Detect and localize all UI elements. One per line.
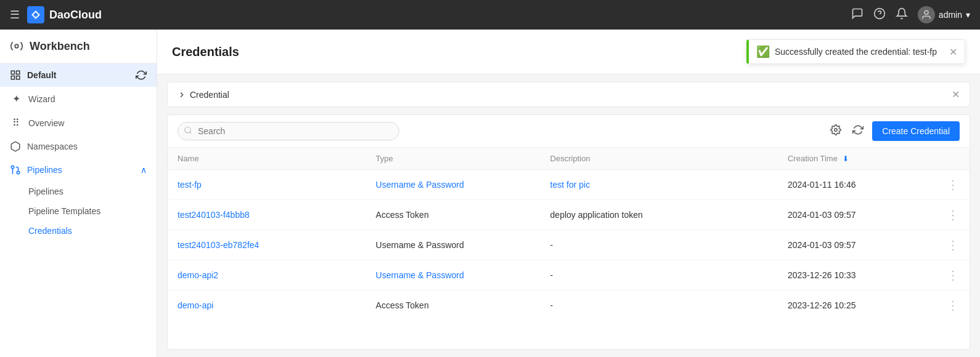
- chat-icon[interactable]: [851, 7, 864, 23]
- search-input-wrapper: [178, 122, 399, 140]
- sort-desc-icon: ⬇: [843, 154, 849, 163]
- gear-icon: [830, 124, 841, 135]
- svg-point-10: [11, 166, 14, 169]
- sidebar: Workbench Default ✦ Wizard ⠿ Overview: [0, 30, 157, 357]
- refresh-icon[interactable]: [136, 70, 147, 81]
- credential-type-link[interactable]: Username & Password: [376, 180, 464, 190]
- sidebar-default-item[interactable]: Default: [0, 63, 157, 87]
- cell-type: Username & Password: [366, 170, 541, 200]
- credential-name-link[interactable]: test-fp: [178, 180, 202, 190]
- cell-type: Username & Password: [366, 260, 541, 291]
- refresh-table-icon: [852, 124, 864, 135]
- settings-button[interactable]: [828, 122, 844, 141]
- sidebar-workbench: Workbench: [0, 30, 157, 63]
- sidebar-item-label: Pipelines: [27, 165, 62, 175]
- row-action-menu-button[interactable]: ⋮: [947, 268, 960, 283]
- page-title: Credentials: [172, 45, 239, 59]
- cell-type: Access Token: [366, 200, 541, 230]
- cell-description: deploy application token: [541, 200, 778, 230]
- cell-description: -: [541, 291, 778, 321]
- cell-description: -: [541, 230, 778, 260]
- svg-point-9: [17, 171, 20, 174]
- sidebar-item-pipelines[interactable]: Pipelines ∧: [0, 158, 157, 182]
- svg-point-14: [835, 128, 838, 131]
- table-scroll-area: Name Type Description Creation Time ⬇ te…: [168, 148, 970, 349]
- pipelines-icon: [10, 164, 21, 175]
- app-logo: DaoCloud: [27, 6, 102, 23]
- default-icon: [10, 70, 21, 81]
- help-icon[interactable]: [873, 7, 886, 23]
- app-name: DaoCloud: [49, 9, 102, 22]
- row-action-menu-button[interactable]: ⋮: [947, 298, 960, 313]
- credentials-table: Name Type Description Creation Time ⬇ te…: [168, 148, 970, 320]
- toast-success-icon: ✅: [756, 45, 770, 58]
- table-row: test240103-f4bbb8Access Tokendeploy appl…: [168, 200, 970, 230]
- pipelines-sub-menu: Pipelines Pipeline Templates Credentials: [0, 182, 157, 241]
- user-menu[interactable]: admin ▾: [918, 6, 970, 23]
- credential-name-link[interactable]: test240103-eb782fe4: [178, 240, 259, 250]
- cell-name: demo-api2: [168, 260, 366, 291]
- col-header-description: Description: [541, 148, 778, 170]
- sidebar-item-label: Overview: [28, 118, 64, 128]
- sidebar-subitem-pipelines[interactable]: Pipelines: [28, 182, 157, 201]
- cell-actions: ⋮: [937, 170, 970, 200]
- cell-name: test240103-f4bbb8: [168, 200, 366, 230]
- sidebar-item-overview[interactable]: ⠿ Overview: [0, 111, 157, 135]
- bell-icon[interactable]: [896, 7, 908, 23]
- menu-icon[interactable]: ☰: [10, 8, 20, 22]
- username-label: admin: [939, 10, 962, 20]
- sidebar-item-label: Namespaces: [27, 142, 78, 151]
- create-credential-button[interactable]: Create Credential: [872, 121, 960, 141]
- credential-name-link[interactable]: demo-api2: [178, 270, 218, 280]
- sidebar-item-namespaces[interactable]: Namespaces: [0, 135, 157, 158]
- table-toolbar: Create Credential: [168, 115, 970, 148]
- sidebar-subitem-credentials[interactable]: Credentials: [28, 221, 157, 241]
- row-action-menu-button[interactable]: ⋮: [947, 177, 960, 192]
- cell-name: test-fp: [168, 170, 366, 200]
- credential-collapse-toggle[interactable]: Credential: [178, 90, 229, 100]
- credential-type-link[interactable]: Username & Password: [376, 270, 464, 280]
- svg-rect-6: [17, 71, 20, 74]
- cell-type: Username & Password: [366, 230, 541, 260]
- search-input[interactable]: [178, 122, 399, 140]
- topnav: ☰ DaoCloud admin ▾: [0, 0, 980, 30]
- chevron-right-icon: [178, 90, 186, 99]
- credential-name-link[interactable]: demo-api: [178, 300, 213, 310]
- cell-description: test for pic: [541, 170, 778, 200]
- sidebar-item-wizard[interactable]: ✦ Wizard: [0, 87, 157, 111]
- cell-creation-time: 2023-12-26 10:25: [778, 291, 937, 321]
- col-header-type: Type: [366, 148, 541, 170]
- svg-rect-8: [11, 76, 14, 79]
- row-action-menu-button[interactable]: ⋮: [947, 238, 960, 252]
- row-action-menu-button[interactable]: ⋮: [947, 207, 960, 222]
- default-label: Default: [27, 70, 56, 80]
- credential-desc-link[interactable]: test for pic: [550, 180, 590, 190]
- sidebar-item-label: Wizard: [28, 94, 55, 104]
- credential-filter-label: Credential: [190, 90, 229, 100]
- table-row: demo-apiAccess Token-2023-12-26 10:25⋮: [168, 291, 970, 321]
- user-chevron-icon: ▾: [966, 10, 970, 20]
- cell-description: -: [541, 260, 778, 291]
- sidebar-subitem-pipeline-templates[interactable]: Pipeline Templates: [28, 201, 157, 221]
- toast-close-button[interactable]: ✕: [949, 46, 957, 58]
- col-header-name: Name: [168, 148, 366, 170]
- content-header: Credentials ✅ Successfully created the c…: [157, 30, 980, 74]
- svg-rect-7: [17, 76, 20, 79]
- chevron-up-icon: ∧: [141, 165, 147, 175]
- workbench-icon: [10, 39, 23, 53]
- toolbar-right: Create Credential: [828, 121, 960, 141]
- col-header-creation-time[interactable]: Creation Time ⬇: [778, 148, 937, 170]
- cell-actions: ⋮: [937, 291, 970, 321]
- namespaces-icon: [10, 141, 21, 152]
- cell-actions: ⋮: [937, 230, 970, 260]
- search-icon: [184, 126, 192, 137]
- credential-filter-bar: Credential ✕: [167, 82, 970, 107]
- refresh-table-button[interactable]: [850, 122, 866, 141]
- svg-point-12: [185, 127, 190, 132]
- credential-name-link[interactable]: test240103-f4bbb8: [178, 210, 250, 220]
- overview-icon: ⠿: [10, 117, 22, 129]
- filter-close-button[interactable]: ✕: [952, 89, 960, 100]
- cell-name: test240103-eb782fe4: [168, 230, 366, 260]
- svg-line-13: [190, 132, 192, 134]
- cell-actions: ⋮: [937, 200, 970, 230]
